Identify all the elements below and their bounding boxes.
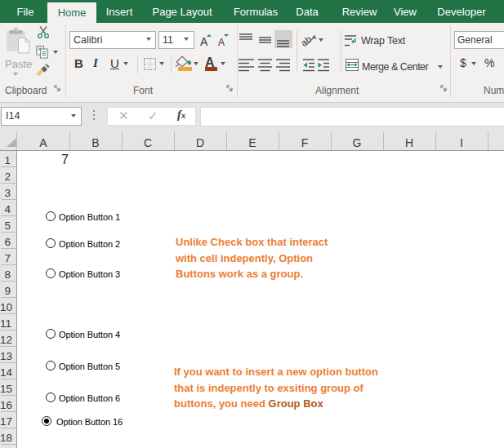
svg-text:ab: ab (299, 34, 313, 48)
